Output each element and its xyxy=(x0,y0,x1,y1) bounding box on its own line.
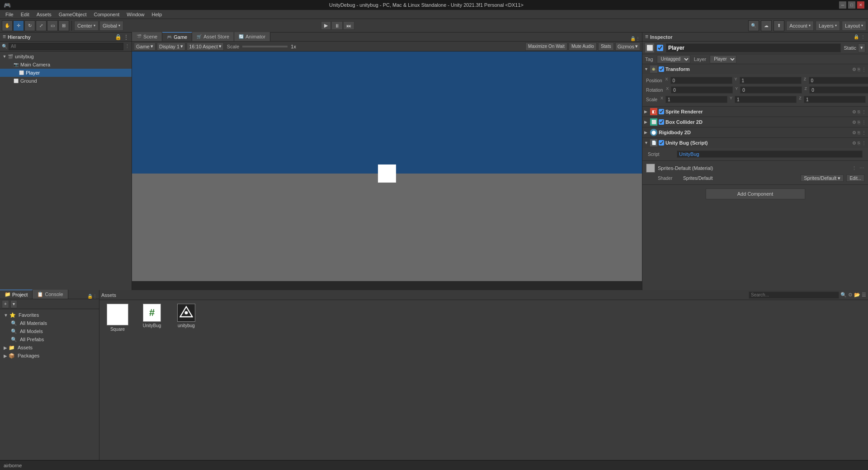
hier-item-main-camera[interactable]: 📷 Main Camera xyxy=(0,61,132,69)
script-more-icon[interactable]: ⋮ xyxy=(862,141,866,146)
layers-dropdown[interactable]: Layers ▾ xyxy=(816,21,840,31)
scale-slider[interactable] xyxy=(242,46,288,47)
object-name-input[interactable] xyxy=(666,43,841,52)
menu-edit[interactable]: Edit xyxy=(17,10,33,19)
rotation-x-input[interactable] xyxy=(671,86,733,94)
folder-button[interactable]: ▾ xyxy=(10,300,17,308)
collider-more-icon[interactable]: ⋮ xyxy=(862,120,866,125)
menu-gameobject[interactable]: GameObject xyxy=(55,10,90,19)
position-y-input[interactable] xyxy=(740,77,802,84)
hierarchy-search-input[interactable] xyxy=(9,43,123,50)
rect-tool[interactable]: ▭ xyxy=(47,20,58,31)
layer-dropdown[interactable]: Player xyxy=(710,55,736,63)
assets-search-input[interactable] xyxy=(749,291,839,299)
tab-game[interactable]: 🎮 Game xyxy=(162,32,192,41)
scale-z-input[interactable] xyxy=(804,96,866,103)
scale-tool[interactable]: ⤢ xyxy=(36,20,47,31)
menu-file[interactable]: File xyxy=(2,10,17,19)
sprite-renderer-header[interactable]: ▶ ◧ Sprite Renderer ⚙ ⎘ ⋮ xyxy=(642,107,868,117)
favorites-item[interactable]: ▼ ⭐ Favorites xyxy=(0,311,99,319)
viewport-lock-icon[interactable]: 🔒 xyxy=(630,36,636,41)
collider-enabled-checkbox[interactable] xyxy=(659,119,664,125)
hand-tool[interactable]: ✋ xyxy=(2,20,13,31)
hier-item-unitybug[interactable]: ▼ 🎬 unitybug xyxy=(0,52,132,61)
sprite-more-icon[interactable]: ⋮ xyxy=(862,109,866,114)
rigidbody-header[interactable]: ▶ ⬤ Rigidbody 2D ⚙ ⎘ ⋮ xyxy=(642,127,868,137)
rotation-z-input[interactable] xyxy=(809,86,868,94)
shader-edit-button[interactable]: Edit... xyxy=(846,174,864,182)
assets-filter-icon[interactable]: ⚙ xyxy=(848,292,853,298)
transform-enabled-checkbox[interactable] xyxy=(659,66,664,72)
cloud-button[interactable]: ⬆ xyxy=(774,20,784,31)
script-field-value[interactable]: UnityBug xyxy=(677,150,863,158)
gizmos-dropdown[interactable]: Gizmos ▾ xyxy=(615,42,640,51)
hierarchy-add-icon[interactable]: ⋮ xyxy=(125,43,130,49)
transform-more-icon[interactable]: ⋮ xyxy=(862,67,866,72)
inspector-more-icon[interactable]: ⋮ xyxy=(861,34,865,39)
collider-ref-icon[interactable]: ⎘ xyxy=(858,120,860,125)
all-prefabs-item[interactable]: 🔍 All Prefabs xyxy=(0,335,99,343)
hier-item-player[interactable]: ⬜ Player xyxy=(0,69,132,77)
menu-component[interactable]: Component xyxy=(90,10,123,19)
assets-folder-nav-icon[interactable]: 📂 xyxy=(854,292,860,298)
search-button[interactable]: 🔍 xyxy=(748,20,759,31)
rigidbody-ref-icon[interactable]: ⎘ xyxy=(858,130,860,135)
tag-dropdown[interactable]: Untagged xyxy=(657,55,690,63)
menu-assets[interactable]: Assets xyxy=(33,10,55,19)
maximize-on-wait-btn[interactable]: Maximize On Wait xyxy=(525,42,567,51)
script-enabled-checkbox[interactable] xyxy=(659,140,664,146)
sprite-settings-icon[interactable]: ⚙ xyxy=(852,109,856,114)
aspect-dropdown[interactable]: 16:10 Aspect ▾ xyxy=(187,42,224,51)
script-ref-icon[interactable]: ⎘ xyxy=(858,141,860,146)
account-dropdown[interactable]: Account ▾ xyxy=(786,21,814,31)
play-button[interactable]: ▶ xyxy=(321,21,331,30)
stats-btn[interactable]: Stats xyxy=(598,42,614,51)
sprite-ref-icon[interactable]: ⎘ xyxy=(858,109,860,114)
asset-unitybug-script[interactable]: # UnityBug xyxy=(137,304,166,332)
assets-settings-icon[interactable]: ☰ xyxy=(862,292,866,298)
display-dropdown[interactable]: Game ▾ xyxy=(134,42,156,51)
hierarchy-more-icon[interactable]: ⋮ xyxy=(123,34,129,40)
transform-tool[interactable]: ⊞ xyxy=(58,20,69,31)
material-dots-icon[interactable]: ⋮ xyxy=(852,165,857,171)
rotate-tool[interactable]: ↻ xyxy=(24,20,35,31)
hier-item-ground[interactable]: ⬜ Ground xyxy=(0,77,132,85)
all-models-item[interactable]: 🔍 All Models xyxy=(0,327,99,335)
sprite-enabled-checkbox[interactable] xyxy=(659,109,664,114)
hierarchy-lock-icon[interactable]: 🔒 xyxy=(115,34,122,40)
project-lock-icon[interactable]: 🔒 xyxy=(87,294,93,299)
menu-help[interactable]: Help xyxy=(148,10,165,19)
component-transform-header[interactable]: ▼ ⊕ Transform ⚙ ⎘ ⋮ xyxy=(642,64,868,74)
static-dropdown[interactable]: ▾ xyxy=(858,43,865,52)
script-settings-icon[interactable]: ⚙ xyxy=(852,141,856,146)
assets-tree-item[interactable]: ▶ 📁 Assets xyxy=(0,343,99,352)
viewport-more-icon[interactable]: ⋮ xyxy=(636,36,640,41)
tab-scene[interactable]: 🎬 Scene xyxy=(132,32,162,41)
display-num-dropdown[interactable]: Display 1 ▾ xyxy=(157,42,185,51)
layout-dropdown[interactable]: Layout ▾ xyxy=(842,21,866,31)
collab-button[interactable]: ☁ xyxy=(761,20,772,31)
pivot-space-dropdown[interactable]: Global ▾ xyxy=(99,21,123,31)
rigidbody-more-icon[interactable]: ⋮ xyxy=(862,130,866,135)
unity-bug-header[interactable]: ▼ 📄 Unity Bug (Script) ⚙ ⎘ ⋮ xyxy=(642,138,868,148)
project-more-icon[interactable]: ⋮ xyxy=(93,294,97,299)
tab-animator[interactable]: 🔄 Animator xyxy=(234,32,270,41)
scale-y-input[interactable] xyxy=(735,96,797,103)
menu-window[interactable]: Window xyxy=(123,10,148,19)
rotation-y-input[interactable] xyxy=(740,86,802,94)
step-button[interactable]: ⏭ xyxy=(343,21,354,30)
add-component-button[interactable]: Add Component xyxy=(706,188,805,199)
tab-console[interactable]: 📋 Console xyxy=(33,290,68,299)
packages-tree-item[interactable]: ▶ 📦 Packages xyxy=(0,352,99,360)
inspector-lock-icon[interactable]: 🔒 xyxy=(854,34,859,39)
object-enabled-checkbox[interactable] xyxy=(657,45,663,51)
box-collider-header[interactable]: ▶ ⬜ Box Collider 2D ⚙ ⎘ ⋮ xyxy=(642,117,868,127)
shader-value-dropdown[interactable]: Sprites/Default ▾ xyxy=(801,174,844,182)
scale-x-input[interactable] xyxy=(665,96,727,103)
asset-unitybug-scene[interactable]: unitybug xyxy=(172,304,201,332)
asset-square[interactable]: Square xyxy=(103,304,132,332)
mute-audio-btn[interactable]: Mute Audio xyxy=(569,42,597,51)
add-item-button[interactable]: + xyxy=(2,300,9,308)
tab-asset-store[interactable]: 🛒 Asset Store xyxy=(192,32,234,41)
position-x-input[interactable] xyxy=(670,77,732,84)
